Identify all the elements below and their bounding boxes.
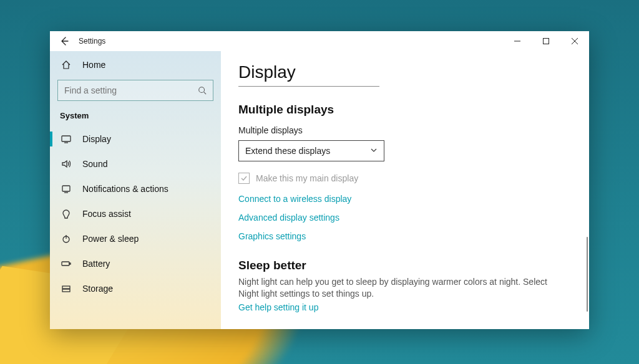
sidebar-item-label: Display (82, 134, 111, 144)
minimize-icon (514, 38, 520, 44)
svg-rect-3 (62, 186, 70, 191)
sidebar-item-label: Focus assist (82, 209, 131, 219)
svg-rect-6 (69, 263, 71, 264)
chevron-down-icon (370, 146, 378, 156)
sidebar-item-focus-assist[interactable]: Focus assist (50, 201, 221, 226)
storage-icon (61, 284, 75, 294)
sidebar-item-notifications[interactable]: Notifications & actions (50, 176, 221, 201)
battery-icon (61, 259, 75, 269)
sleep-better-body: Night light can help you get to sleep by… (238, 276, 563, 300)
sound-icon (61, 159, 75, 169)
checkbox-label: Make this my main display (256, 173, 358, 183)
sidebar-item-label: Power & sleep (82, 234, 139, 244)
svg-rect-5 (62, 262, 69, 266)
titlebar: Settings (50, 31, 589, 51)
svg-point-1 (199, 87, 205, 93)
home-label: Home (82, 60, 105, 70)
sidebar: Home System Display Sound Notifications … (50, 51, 221, 329)
back-button[interactable] (50, 36, 79, 46)
svg-rect-2 (62, 136, 71, 141)
multiple-displays-label: Multiple displays (238, 125, 572, 135)
close-icon (572, 38, 578, 44)
search-icon (198, 86, 207, 95)
sidebar-item-storage[interactable]: Storage (50, 276, 221, 301)
sidebar-item-battery[interactable]: Battery (50, 251, 221, 276)
svg-rect-8 (62, 289, 70, 292)
sidebar-item-label: Sound (82, 159, 107, 169)
svg-rect-7 (62, 286, 70, 289)
main-panel: Display Multiple displays Multiple displ… (221, 51, 589, 329)
minimize-button[interactable] (503, 31, 532, 51)
focus-assist-icon (61, 209, 75, 219)
power-icon (61, 234, 75, 244)
search-field[interactable] (64, 85, 198, 95)
select-value: Extend these displays (245, 146, 330, 156)
sidebar-item-label: Notifications & actions (82, 184, 168, 194)
category-label: System (50, 108, 221, 127)
page-title: Display (238, 62, 379, 87)
sidebar-item-power-sleep[interactable]: Power & sleep (50, 226, 221, 251)
window-title: Settings (79, 37, 105, 46)
scrollbar[interactable] (587, 237, 588, 312)
close-button[interactable] (560, 31, 589, 51)
sidebar-item-sound[interactable]: Sound (50, 151, 221, 176)
multiple-displays-select[interactable]: Extend these displays (238, 140, 384, 161)
link-advanced-display[interactable]: Advanced display settings (238, 213, 572, 223)
sidebar-item-label: Battery (82, 259, 110, 269)
section-multiple-displays: Multiple displays (238, 103, 572, 117)
link-sleep-better-help[interactable]: Get help setting it up (238, 302, 572, 312)
maximize-icon (543, 38, 549, 44)
search-input[interactable] (57, 80, 213, 101)
svg-rect-0 (544, 39, 549, 44)
settings-window: Settings Home (50, 31, 589, 329)
sidebar-item-display[interactable]: Display (50, 127, 221, 151)
sidebar-item-label: Storage (82, 284, 113, 294)
back-arrow-icon (59, 36, 69, 46)
section-sleep-better: Sleep better (238, 259, 572, 272)
notifications-icon (61, 184, 75, 194)
home-button[interactable]: Home (50, 54, 221, 76)
main-display-checkbox: Make this my main display (238, 173, 572, 184)
display-icon (61, 134, 75, 144)
checkbox-icon (238, 173, 250, 184)
home-icon (61, 60, 75, 70)
link-graphics-settings[interactable]: Graphics settings (238, 231, 572, 241)
maximize-button[interactable] (532, 31, 560, 51)
link-connect-wireless[interactable]: Connect to a wireless display (238, 194, 572, 204)
